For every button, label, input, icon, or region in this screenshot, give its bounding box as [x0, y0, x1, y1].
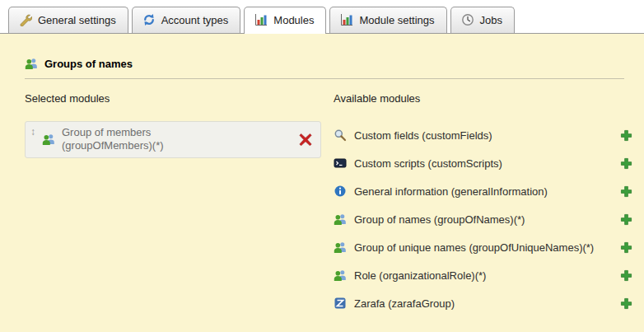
- module-name: Group of members: [62, 126, 151, 138]
- available-module-label: Zarafa (zarafaGroup): [354, 297, 455, 310]
- available-module-row: Group of names (groupOfNames)(*): [334, 205, 632, 233]
- available-module-row: General information (generalInformation): [334, 177, 632, 205]
- selected-modules-heading: Selected modules: [25, 92, 334, 105]
- tab-bar: General settings Account types: [0, 0, 644, 34]
- remove-module-button[interactable]: [299, 133, 312, 146]
- available-module-label: Group of unique names (groupOfUniqueName…: [354, 241, 594, 254]
- add-module-button[interactable]: [620, 241, 632, 254]
- script-icon: [334, 157, 347, 170]
- drag-handle-icon[interactable]: ↕: [30, 126, 35, 137]
- group-icon: [25, 57, 38, 70]
- add-module-button[interactable]: [620, 129, 632, 142]
- chart-icon: [340, 13, 353, 26]
- module-id: (groupOfMembers)(*): [62, 139, 164, 152]
- selected-module-row[interactable]: ↕ Group of members (groupOfMembers)(*): [25, 121, 321, 158]
- tab-label: Modules: [273, 14, 314, 26]
- settings-page: General settings Account types: [0, 0, 644, 332]
- add-module-button[interactable]: [620, 297, 632, 310]
- group-icon: [334, 269, 347, 282]
- section-title: Groups of names: [25, 57, 632, 70]
- available-module-row: Zarafa (zarafaGroup): [334, 289, 632, 317]
- add-module-button[interactable]: [620, 213, 632, 226]
- info-icon: [334, 185, 347, 198]
- zarafa-icon: [334, 297, 347, 310]
- wrench-icon: [19, 13, 32, 26]
- section-title-text: Groups of names: [44, 58, 133, 70]
- magnifier-icon: [334, 129, 347, 142]
- available-module-row: Group of unique names (groupOfUniqueName…: [334, 233, 632, 261]
- group-icon: [334, 213, 347, 226]
- available-module-row: Custom fields (customFields): [334, 121, 632, 149]
- section-divider: [25, 78, 624, 79]
- add-module-button[interactable]: [620, 269, 632, 282]
- refresh-icon: [142, 13, 156, 26]
- available-modules-heading: Available modules: [334, 92, 632, 105]
- tab-account-types[interactable]: Account types: [132, 7, 241, 33]
- tab-modules[interactable]: Modules: [244, 7, 326, 34]
- add-module-button[interactable]: [620, 157, 632, 170]
- tab-label: Account types: [161, 14, 229, 26]
- tab-label: General settings: [38, 14, 116, 26]
- tab-label: Module settings: [359, 14, 434, 26]
- clock-icon: [461, 13, 474, 26]
- available-module-label: Group of names (groupOfNames)(*): [354, 213, 525, 226]
- tab-module-settings[interactable]: Module settings: [329, 7, 446, 33]
- modules-panel: Groups of names Selected modules ↕: [0, 34, 644, 332]
- available-module-label: Role (organizationalRole)(*): [354, 269, 486, 282]
- selected-module-label: Group of members (groupOfMembers)(*): [62, 126, 164, 153]
- group-icon: [42, 133, 55, 146]
- available-module-label: General information (generalInformation): [354, 185, 548, 198]
- chart-icon: [254, 13, 268, 26]
- available-module-row: Custom scripts (customScripts): [334, 149, 632, 177]
- group-icon: [334, 241, 347, 254]
- available-module-row: Role (organizationalRole)(*): [334, 261, 632, 289]
- available-module-label: Custom fields (customFields): [354, 129, 492, 142]
- tab-general-settings[interactable]: General settings: [8, 7, 128, 33]
- add-module-button[interactable]: [620, 185, 632, 198]
- tab-label: Jobs: [480, 14, 502, 26]
- available-module-label: Custom scripts (customScripts): [354, 157, 502, 170]
- tab-jobs[interactable]: Jobs: [450, 7, 515, 33]
